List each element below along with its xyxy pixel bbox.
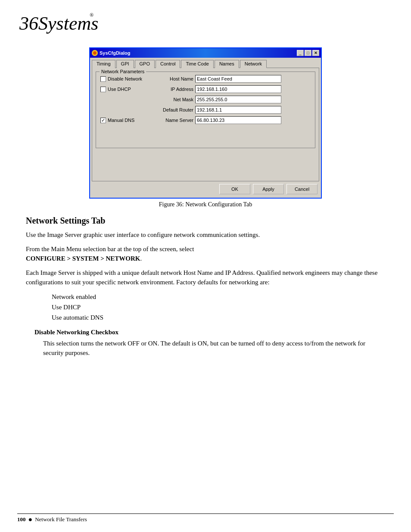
close-button[interactable]: ✕ <box>312 50 319 56</box>
use-dhcp-checkbox[interactable] <box>100 87 106 92</box>
network-parameters-group: Network Parameters Disable Network Host … <box>96 72 315 148</box>
group-spacer <box>100 126 311 143</box>
logo: 36Systems ® <box>17 9 103 39</box>
body-para-2: From the Main Menu selection bar at the … <box>26 244 385 264</box>
figure-caption: Figure 36: Network Configuration Tab <box>159 201 252 208</box>
title-bar: SysCfgDialog _ □ ✕ <box>90 48 321 58</box>
tab-control[interactable]: Control <box>156 60 180 68</box>
list-item-2: Use DHCP <box>52 302 385 312</box>
main-content: Network Settings Tab Use the Image Serve… <box>17 216 394 358</box>
maximize-button[interactable]: □ <box>305 50 311 56</box>
para2-bold: CONFIGURE > SYSTEM > NETWORK <box>26 255 140 262</box>
disable-network-text: Disable Network <box>108 76 142 81</box>
apply-button[interactable]: Apply <box>253 184 284 194</box>
dialog-buttons: OK Apply Cancel <box>90 181 321 198</box>
tab-timing[interactable]: Timing <box>92 60 115 68</box>
form-row-use-dhcp: Use DHCP IP Address <box>100 85 311 93</box>
form-row-disable-network: Disable Network Host Name <box>100 75 311 83</box>
form-row-manual-dns: ✓ Manual DNS Name Server <box>100 116 311 124</box>
manual-dns-label: ✓ Manual DNS <box>100 118 156 123</box>
ip-address-label: IP Address <box>156 87 195 92</box>
host-name-label: Host Name <box>156 76 195 81</box>
form-row-netmask: Net Mask <box>100 95 311 104</box>
tab-names[interactable]: Names <box>215 60 239 68</box>
tab-bar: Timing GPI GPO Control Time Code Names N… <box>90 58 321 68</box>
body-para-1: Use the Image Server graphic user interf… <box>26 230 385 240</box>
ok-button[interactable]: OK <box>219 184 250 194</box>
sub-heading: Disable Networking Checkbox <box>26 329 385 336</box>
footer-label: Network File Transfers <box>35 516 87 523</box>
footer-content: 100 ● Network File Transfers <box>17 516 394 523</box>
host-name-input[interactable] <box>195 75 281 83</box>
disable-network-checkbox[interactable] <box>100 76 106 82</box>
sub-para: This selection turns the network OFF or … <box>26 339 385 358</box>
use-dhcp-text: Use DHCP <box>108 87 131 92</box>
use-dhcp-label: Use DHCP <box>100 87 156 92</box>
page-footer: 100 ● Network File Transfers <box>17 513 394 523</box>
list-item-3: Use automatic DNS <box>52 312 385 323</box>
manual-dns-text: Manual DNS <box>108 118 134 123</box>
footer-page-number: 100 <box>17 516 26 523</box>
name-server-label: Name Server <box>156 118 195 123</box>
logo-area: 36Systems ® <box>17 9 394 39</box>
dialog-title: SysCfgDialog <box>100 50 131 56</box>
title-bar-left: SysCfgDialog <box>92 50 131 56</box>
netmask-label: Net Mask <box>156 97 195 102</box>
tab-timecode[interactable]: Time Code <box>181 60 213 68</box>
dialog-window: SysCfgDialog _ □ ✕ Timing GPI GPO Contro… <box>89 47 322 199</box>
tab-content-network: Network Parameters Disable Network Host … <box>92 68 319 181</box>
title-buttons: _ □ ✕ <box>297 50 319 56</box>
content-spacer <box>96 152 315 177</box>
svg-text:®: ® <box>90 12 93 18</box>
name-server-input[interactable] <box>195 116 281 124</box>
manual-dns-checkbox[interactable]: ✓ <box>100 118 106 123</box>
tab-gpi[interactable]: GPI <box>116 60 134 68</box>
netmask-input[interactable] <box>195 96 281 103</box>
ip-address-input[interactable] <box>195 85 281 93</box>
default-router-label: Default Router <box>156 107 195 112</box>
tab-network[interactable]: Network <box>240 60 267 68</box>
tab-gpo[interactable]: GPO <box>135 60 155 68</box>
section-heading: Network Settings Tab <box>26 216 385 226</box>
footer-bullet: ● <box>28 516 33 523</box>
default-router-input[interactable] <box>195 106 281 114</box>
form-row-default-router: Default Router <box>100 106 311 114</box>
disable-network-label: Disable Network <box>100 76 156 82</box>
body-para-3: Each Image Server is shipped with a uniq… <box>26 268 385 287</box>
app-icon <box>92 50 98 56</box>
para2-prefix: From the Main Menu selection bar at the … <box>26 246 194 252</box>
dialog-wrapper: SysCfgDialog _ □ ✕ Timing GPI GPO Contro… <box>17 47 394 208</box>
group-legend: Network Parameters <box>100 69 146 74</box>
cancel-button[interactable]: Cancel <box>286 184 318 194</box>
para2-suffix: . <box>140 255 142 262</box>
list-item-1: Network enabled <box>52 292 385 302</box>
svg-text:36Systems: 36Systems <box>19 13 98 34</box>
list-indent: Network enabled Use DHCP Use automatic D… <box>26 292 385 323</box>
minimize-button[interactable]: _ <box>297 50 304 56</box>
